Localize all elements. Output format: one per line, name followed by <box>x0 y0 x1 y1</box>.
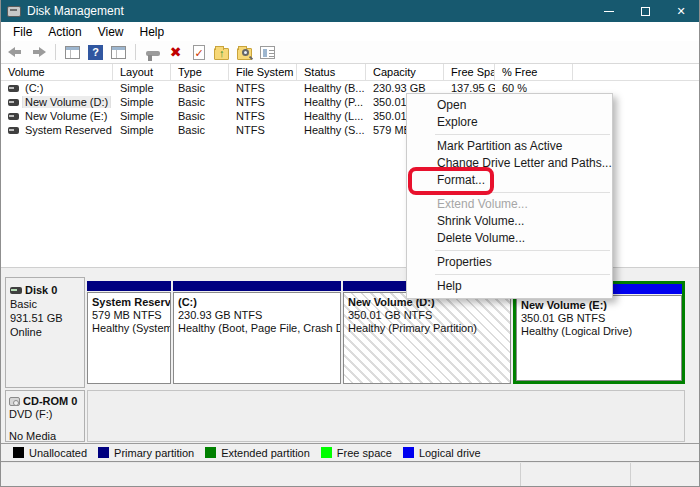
menu-file[interactable]: File <box>5 25 40 39</box>
partition-status: Healthy (Primary Partition) <box>348 322 506 335</box>
open-folder-icon[interactable]: ↑ <box>213 44 230 61</box>
cell-type: Basic <box>171 96 229 108</box>
disk0-size: 931.51 GB <box>10 311 80 325</box>
show-action-pane-icon[interactable] <box>110 44 127 61</box>
cell-filesystem: NTFS <box>229 96 297 108</box>
partition-c[interactable]: (C:) 230.93 GB NTFS Healthy (Boot, Page … <box>173 281 341 384</box>
maximize-button[interactable] <box>627 0 663 22</box>
disk0-name: Disk 0 <box>25 283 57 297</box>
legend-label: Unallocated <box>29 447 87 459</box>
help-icon[interactable]: ? <box>87 44 104 61</box>
back-icon[interactable] <box>7 44 24 61</box>
disk-management-window: Disk Management ✕ File Action View Help … <box>0 0 700 487</box>
format-highlight-annotation <box>408 167 494 195</box>
partition-size: 579 MB NTFS <box>92 309 166 322</box>
title-bar: Disk Management ✕ <box>1 0 699 22</box>
partition-name: New Volume (E:) <box>521 299 677 312</box>
cdrom-header[interactable]: CD-ROM 0 DVD (F:) No Media <box>5 390 85 442</box>
explore-folder-icon[interactable] <box>236 44 253 61</box>
window-title: Disk Management <box>27 4 124 18</box>
list-header: Volume Layout Type File System Status Ca… <box>1 64 699 81</box>
cell-layout: Simple <box>113 82 171 94</box>
partition-color-bar <box>87 281 171 291</box>
menu-item-open[interactable]: Open <box>407 97 612 114</box>
column-header-volume[interactable]: Volume <box>1 64 113 80</box>
cell-status: Healthy (P... <box>297 96 366 108</box>
column-header-filesystem[interactable]: File System <box>229 64 297 80</box>
legend-swatch-freespace <box>321 447 332 458</box>
mark-active-icon[interactable] <box>190 44 207 61</box>
cdrom-name: CD-ROM 0 <box>23 395 77 408</box>
toolbar: ? ✖ ↑ <box>1 41 699 64</box>
legend-label: Logical drive <box>419 447 481 459</box>
cell-layout: Simple <box>113 110 171 122</box>
column-header-capacity[interactable]: Capacity <box>366 64 444 80</box>
column-header-type[interactable]: Type <box>171 64 229 80</box>
delete-volume-icon[interactable]: ✖ <box>167 44 184 61</box>
column-header-layout[interactable]: Layout <box>113 64 171 80</box>
column-header-filler <box>573 64 699 80</box>
menu-view[interactable]: View <box>90 25 132 39</box>
partition-status: Healthy (Boot, Page File, Crash Dun <box>178 322 336 335</box>
cell-type: Basic <box>171 124 229 136</box>
cdrom-track[interactable] <box>87 390 685 442</box>
disk0-header[interactable]: Disk 0 Basic 931.51 GB Online <box>5 277 85 388</box>
legend-bar: Unallocated Primary partition Extended p… <box>1 443 699 461</box>
context-menu: Open Explore Mark Partition as Active Ch… <box>406 93 613 299</box>
cell-type: Basic <box>171 82 229 94</box>
menu-help[interactable]: Help <box>132 25 173 39</box>
partition-status: Healthy (Logical Drive) <box>521 325 677 338</box>
toolbar-separator <box>55 44 56 60</box>
cell-status: Healthy (B... <box>297 82 366 94</box>
minimize-button[interactable] <box>591 0 627 22</box>
cell-filesystem: NTFS <box>229 124 297 136</box>
status-bar <box>1 461 699 486</box>
partition-system-reserved[interactable]: System Reserve 579 MB NTFS Healthy (Syst… <box>87 281 171 384</box>
volume-name: New Volume (E:) <box>23 110 110 122</box>
legend-swatch-logical <box>403 447 414 458</box>
status-segment <box>1 463 521 486</box>
menu-item-delete-volume[interactable]: Delete Volume... <box>407 230 612 247</box>
cell-filesystem: NTFS <box>229 82 297 94</box>
menu-item-properties[interactable]: Properties <box>407 254 612 271</box>
disk-icon <box>10 287 22 294</box>
tool-icon[interactable] <box>144 44 161 61</box>
menu-item-help[interactable]: Help <box>407 278 612 295</box>
column-header-freespace[interactable]: Free Spa... <box>444 64 495 80</box>
volume-icon <box>8 127 19 134</box>
show-console-tree-icon[interactable] <box>64 44 81 61</box>
menu-action[interactable]: Action <box>40 25 89 39</box>
column-header-pctfree[interactable]: % Free <box>495 64 573 80</box>
partition-status: Healthy (System, <box>92 322 166 335</box>
volume-name: (C:) <box>23 82 45 94</box>
legend-label: Free space <box>337 447 392 459</box>
properties-icon[interactable] <box>259 44 276 61</box>
partition-size: 350.01 GB NTFS <box>521 312 677 325</box>
app-icon <box>7 6 21 17</box>
status-segment <box>521 463 631 486</box>
menu-separator <box>435 250 610 251</box>
cell-layout: Simple <box>113 124 171 136</box>
column-header-status[interactable]: Status <box>297 64 366 80</box>
toolbar-separator <box>135 44 136 60</box>
volume-name: System Reserved <box>23 124 113 136</box>
menu-item-shrink-volume[interactable]: Shrink Volume... <box>407 213 612 230</box>
disk0-type: Basic <box>10 297 80 311</box>
menu-item-extend-volume: Extend Volume... <box>407 196 612 213</box>
status-segment <box>631 463 699 486</box>
legend-swatch-primary <box>98 447 109 458</box>
volume-name-selected: New Volume (D:) <box>23 96 110 108</box>
minimize-icon <box>604 11 614 12</box>
close-button[interactable]: ✕ <box>663 0 699 22</box>
volume-icon <box>8 99 19 106</box>
cdrom-row: CD-ROM 0 DVD (F:) No Media <box>5 390 685 442</box>
menu-item-mark-partition-active[interactable]: Mark Partition as Active <box>407 138 612 155</box>
volume-icon <box>8 85 19 92</box>
menu-item-explore[interactable]: Explore <box>407 114 612 131</box>
forward-icon[interactable] <box>30 44 47 61</box>
cdrom-media-type: DVD (F:) <box>9 408 81 421</box>
legend-swatch-unallocated <box>13 447 24 458</box>
partition-name: System Reserve <box>92 296 166 309</box>
legend-label: Primary partition <box>114 447 194 459</box>
partition-color-bar <box>173 281 341 291</box>
